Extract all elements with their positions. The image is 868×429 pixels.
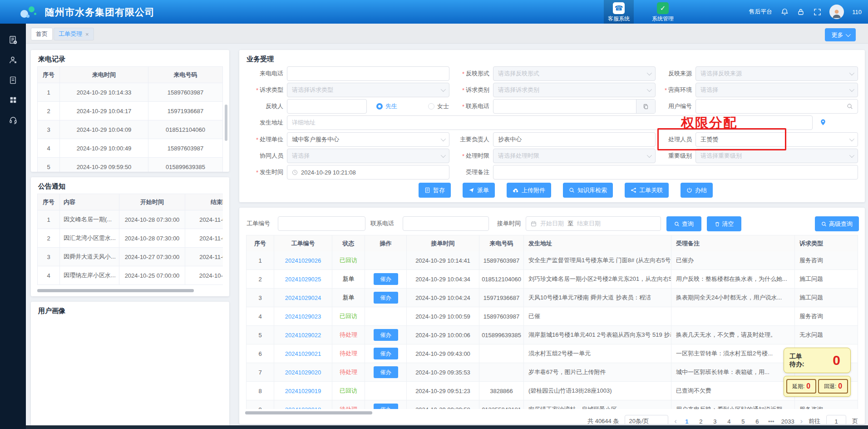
announcement-row[interactable]: 4因璎纳左岸小区水...2024-10-25 07:00:002024-10-3…	[37, 266, 223, 285]
order-address: (碧桂园云山竹语13街28座1003)	[524, 382, 671, 400]
tab-home[interactable]: 首页	[31, 28, 53, 40]
order-row: 420241029023已回访2024-10-29 10:00:59158976…	[246, 307, 858, 326]
fullscreen-icon[interactable]	[813, 8, 821, 16]
advanced-query-button[interactable]: 高级查询	[815, 216, 859, 231]
business-env-select[interactable]: 请选择	[695, 83, 858, 97]
handle-unit-select[interactable]: 城中客户服务中心	[287, 132, 449, 147]
order-row: 120241029026已回访2024-10-29 10:14:41158976…	[246, 251, 858, 270]
order-row: 620241029021待处理催办2024-10-29 09:43:00涢水村五…	[246, 344, 858, 363]
order-id-link[interactable]: 20241029026	[285, 257, 321, 264]
next-page-icon[interactable]: ›	[800, 417, 803, 424]
orders-hscrollbar[interactable]	[245, 411, 372, 414]
order-id-link[interactable]: 20241029025	[285, 276, 321, 283]
dispatch-button[interactable]: 派单	[463, 183, 495, 198]
deadline-select[interactable]: 请选择处理时限	[493, 149, 656, 163]
urge-button[interactable]: 催办	[374, 329, 398, 341]
urge-button[interactable]: 催办	[374, 292, 398, 304]
importance-select[interactable]: 请选择重要级别	[695, 149, 858, 163]
contact-phone-input[interactable]	[493, 99, 656, 114]
receive-time-range-input[interactable]: 开始日期 至 结束日期	[526, 216, 661, 231]
page-number[interactable]: 6	[753, 418, 761, 424]
page-number[interactable]: 1	[683, 418, 691, 424]
order-remark	[671, 307, 795, 325]
address-label: 发生地址	[247, 115, 283, 130]
page-number[interactable]: 2	[697, 418, 705, 424]
sidebar-item-headset-icon[interactable]	[0, 110, 26, 130]
urge-button[interactable]: 催办	[374, 366, 398, 378]
appeal-type-select[interactable]: 请选择诉求类型	[287, 83, 449, 97]
reporter-input[interactable]	[287, 99, 367, 114]
order-no-input[interactable]	[278, 216, 365, 231]
order-id-link[interactable]: 20241029024	[285, 294, 321, 301]
sidebar-item-workorder-icon[interactable]	[0, 30, 26, 50]
announcement-row[interactable]: 2因汇龙湾小区需水...2024-10-28 07:30:002024-11-0…	[37, 229, 223, 248]
order-address: 湖岸新城16号楼1单元401 2号表箱从西向东3号 519 抄表员...	[524, 326, 671, 344]
page-number[interactable]: 5	[739, 418, 747, 424]
user-avatar[interactable]	[829, 5, 844, 19]
knowledge-search-button[interactable]: 知识库检索	[563, 183, 613, 198]
finish-button[interactable]: 办结	[681, 183, 713, 198]
call-record-row[interactable]: 42024-10-29 10:00:4915897603987	[37, 139, 223, 158]
handle-unit-label: 处理单位	[247, 132, 283, 147]
gender-male-radio[interactable]: 先生	[376, 99, 397, 114]
occur-time-input[interactable]: 2024-10-29 10:21:08	[287, 165, 449, 180]
announcement-row[interactable]: 1因文峰名居一期(...2024-10-28 07:30:002024-11-0…	[37, 210, 223, 229]
nav-customer-service-system[interactable]: ☎ 客服系统	[604, 0, 634, 24]
bell-icon[interactable]	[780, 8, 789, 16]
order-id-link[interactable]: 20241029018	[285, 406, 321, 409]
call-record-row[interactable]: 32024-10-29 10:04:09018512104060	[37, 120, 223, 139]
order-id-link[interactable]: 20241029020	[285, 369, 321, 376]
goto-page-input[interactable]: 1	[826, 415, 846, 424]
more-button[interactable]: 更多	[825, 28, 856, 41]
tab-workorder-acceptance[interactable]: 工单受理 ×	[54, 28, 94, 40]
sidebar-item-document-icon[interactable]	[0, 70, 26, 90]
urge-button[interactable]: 催办	[374, 404, 398, 409]
page-number[interactable]: 4	[725, 418, 733, 424]
co-worker-select[interactable]: 请选择	[287, 149, 449, 163]
order-id-link[interactable]: 20241029023	[285, 313, 321, 320]
search-icon[interactable]	[847, 103, 853, 110]
last-page-number[interactable]: 2033	[781, 418, 794, 424]
page-size-select[interactable]: 20条/页	[625, 415, 668, 424]
announcement-cell: 2024-10-31 17:00	[185, 266, 223, 284]
announcements-hscrollbar[interactable]	[37, 289, 194, 292]
order-id-link[interactable]: 20241029022	[285, 332, 321, 339]
urge-button[interactable]: 催办	[374, 273, 398, 285]
reflect-source-label: 反映来源	[652, 66, 692, 81]
aftersale-platform-link[interactable]: 售后平台	[749, 8, 772, 16]
announcement-row[interactable]: 3因舜井大道天风小...2024-10-27 07:30:002024-11-0…	[37, 248, 223, 266]
principal-input[interactable]: 抄表中心	[493, 132, 656, 147]
order-id-link[interactable]: 20241029021	[285, 350, 321, 357]
sidebar-item-apps-grid-icon[interactable]	[0, 90, 26, 110]
appeal-category-select[interactable]: 请选择诉求类别	[493, 83, 656, 97]
call-record-cell: 1	[37, 83, 60, 101]
call-record-row[interactable]: 52024-10-29 09:59:50015899639385	[37, 158, 223, 172]
user-no-input[interactable]	[695, 99, 858, 114]
tab-close-icon[interactable]: ×	[85, 31, 89, 38]
call-record-row[interactable]: 22024-10-29 10:04:1715971936687	[37, 102, 223, 120]
order-id-link[interactable]: 20241029019	[285, 388, 321, 394]
upload-attachment-button[interactable]: 上传附件	[507, 183, 551, 198]
remark-input[interactable]	[493, 165, 858, 180]
page-number[interactable]: 3	[711, 418, 719, 424]
order-receive-time: 2024-10-29 10:00:06	[407, 326, 479, 344]
call-record-row[interactable]: 12024-10-29 10:14:3315897603987	[37, 83, 223, 102]
clear-button[interactable]: 清空	[707, 216, 741, 231]
location-pin-icon[interactable]	[819, 119, 827, 126]
order-actions: 催办	[365, 270, 407, 288]
call-phone-input[interactable]	[287, 66, 449, 81]
reflect-source-select[interactable]: 请选择反映来源	[695, 66, 858, 81]
urge-button[interactable]: 催办	[374, 348, 398, 359]
sidebar-item-customer-icon[interactable]	[0, 50, 26, 70]
lock-icon[interactable]	[797, 8, 805, 16]
reflect-form-select[interactable]: 请选择反映形式	[493, 66, 656, 81]
contact-input[interactable]	[403, 216, 489, 231]
query-button[interactable]: 查询	[666, 216, 701, 231]
handler-select[interactable]: 王赟赟	[695, 132, 858, 147]
workorder-link-button[interactable]: 工单关联	[625, 183, 669, 198]
save-draft-button[interactable]: 暂存	[419, 183, 451, 198]
call-records-scrollbar[interactable]	[225, 105, 227, 141]
nav-system-management[interactable]: ✓ 系统管理	[645, 0, 681, 24]
prev-page-icon[interactable]: ‹	[674, 417, 676, 424]
order-remark: 用户反映：整栋楼都在换水表，为什么她...	[671, 270, 795, 288]
